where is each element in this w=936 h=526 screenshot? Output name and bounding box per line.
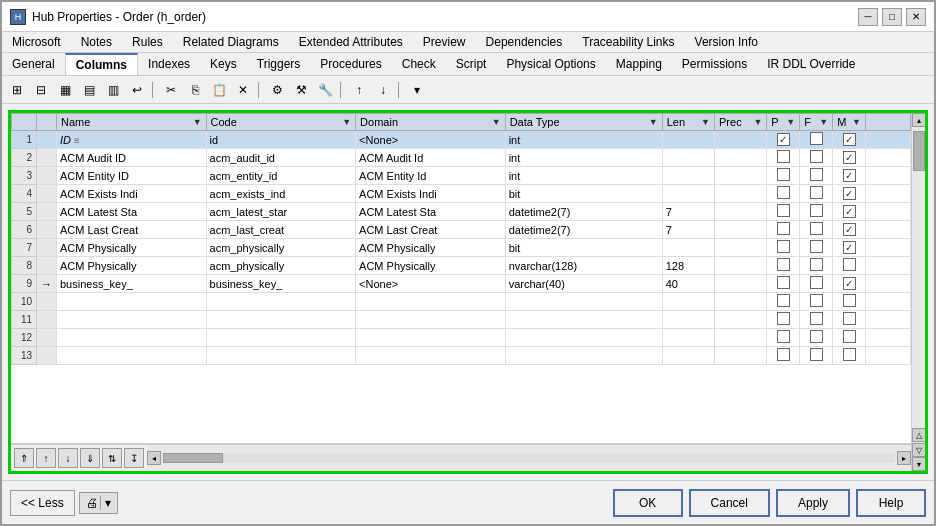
row-sort[interactable]: ⇅ [102, 448, 122, 468]
toolbar-copy[interactable]: ⎘ [184, 79, 206, 101]
checkbox-p[interactable] [777, 348, 790, 361]
cell-len[interactable] [662, 239, 714, 257]
tab-rules[interactable]: Rules [122, 32, 173, 52]
cell-datatype[interactable]: datetime2(7) [505, 221, 662, 239]
checkbox-f[interactable] [810, 204, 823, 217]
checkbox-m[interactable] [843, 258, 856, 271]
table-row[interactable]: 8 ACM Physically acm_physically ACM Phys… [12, 257, 911, 275]
col-header-m[interactable]: M ▼ [833, 114, 866, 131]
cell-m[interactable] [833, 203, 866, 221]
m-filter-icon[interactable]: ▼ [852, 117, 861, 127]
domain-filter-icon[interactable]: ▼ [492, 117, 501, 127]
cell-prec[interactable] [715, 131, 767, 149]
cell-f[interactable] [800, 131, 833, 149]
subtab-permissions[interactable]: Permissions [672, 53, 757, 75]
f-filter-icon[interactable]: ▼ [819, 117, 828, 127]
cell-m[interactable] [833, 239, 866, 257]
close-button[interactable]: ✕ [906, 8, 926, 26]
cell-domain[interactable]: ACM Physically [356, 257, 506, 275]
row-move-bottom[interactable]: ⇓ [80, 448, 100, 468]
cell-m[interactable] [833, 149, 866, 167]
toolbar-grid4[interactable]: ▤ [78, 79, 100, 101]
subtab-physical-options[interactable]: Physical Options [496, 53, 605, 75]
checkbox-f[interactable] [810, 150, 823, 163]
checkbox-p[interactable] [777, 150, 790, 163]
p-filter-icon[interactable]: ▼ [786, 117, 795, 127]
checkbox-m[interactable] [843, 330, 856, 343]
checkbox-p[interactable] [777, 240, 790, 253]
cell-datatype[interactable]: int [505, 131, 662, 149]
checkbox-f[interactable] [810, 168, 823, 181]
cell-m[interactable] [833, 221, 866, 239]
checkbox-p[interactable] [777, 133, 790, 146]
col-header-f[interactable]: F ▼ [800, 114, 833, 131]
table-row[interactable]: 5 ACM Latest Sta acm_latest_star ACM Lat… [12, 203, 911, 221]
cell-p[interactable] [767, 221, 800, 239]
cell-m[interactable] [833, 329, 866, 347]
vertical-scrollbar-thumb[interactable] [913, 131, 925, 171]
subtab-columns[interactable]: Columns [65, 53, 138, 75]
subtab-triggers[interactable]: Triggers [247, 53, 311, 75]
horizontal-scrollbar-thumb[interactable] [163, 453, 223, 463]
cell-datatype[interactable] [505, 329, 662, 347]
cell-code[interactable] [206, 329, 356, 347]
table-row[interactable]: 9 → business_key_ business_key_ <None> v… [12, 275, 911, 293]
checkbox-m[interactable] [843, 169, 856, 182]
table-row[interactable]: 6 ACM Last Creat acm_last_creat ACM Last… [12, 221, 911, 239]
tab-microsoft[interactable]: Microsoft [2, 32, 71, 52]
cell-f[interactable] [800, 293, 833, 311]
subtab-script[interactable]: Script [446, 53, 497, 75]
cell-name[interactable]: ACM Exists Indi [57, 185, 207, 203]
toolbar-dropdown[interactable]: ▾ [406, 79, 428, 101]
cell-len[interactable] [662, 167, 714, 185]
cell-len[interactable]: 7 [662, 221, 714, 239]
cell-prec[interactable] [715, 221, 767, 239]
cell-f[interactable] [800, 347, 833, 365]
scroll-right-button[interactable]: ▸ [897, 451, 911, 465]
checkbox-f[interactable] [810, 132, 823, 145]
col-header-domain[interactable]: Domain ▼ [356, 114, 506, 131]
name-filter-icon[interactable]: ▼ [193, 117, 202, 127]
cell-len[interactable]: 40 [662, 275, 714, 293]
subtab-ir-ddl-override[interactable]: IR DDL Override [757, 53, 865, 75]
cell-domain[interactable]: ACM Last Creat [356, 221, 506, 239]
table-row[interactable]: 4 ACM Exists Indi acm_exists_ind ACM Exi… [12, 185, 911, 203]
tab-extended-attributes[interactable]: Extended Attributes [289, 32, 413, 52]
cell-code[interactable] [206, 293, 356, 311]
cell-domain[interactable] [356, 293, 506, 311]
cell-len[interactable] [662, 185, 714, 203]
cell-code[interactable]: business_key_ [206, 275, 356, 293]
toolbar-grid1[interactable]: ⊞ [6, 79, 28, 101]
scroll-up-button[interactable]: ▴ [912, 113, 926, 127]
scroll-page-up[interactable]: △ [912, 428, 926, 442]
cell-len[interactable] [662, 149, 714, 167]
checkbox-f[interactable] [810, 186, 823, 199]
toolbar-delete[interactable]: ✕ [232, 79, 254, 101]
checkbox-p[interactable] [777, 222, 790, 235]
toolbar-grid5[interactable]: ▥ [102, 79, 124, 101]
toolbar-custom1[interactable]: ⚒ [290, 79, 312, 101]
tab-preview[interactable]: Preview [413, 32, 476, 52]
cell-name[interactable]: ACM Latest Sta [57, 203, 207, 221]
checkbox-m[interactable] [843, 294, 856, 307]
print-dropdown-arrow[interactable]: ▾ [100, 496, 111, 510]
cell-f[interactable] [800, 275, 833, 293]
cell-domain[interactable] [356, 347, 506, 365]
table-row[interactable]: 1 ID ≡ id <None> int [12, 131, 911, 149]
cell-datatype[interactable]: datetime2(7) [505, 203, 662, 221]
cell-p[interactable] [767, 239, 800, 257]
help-button[interactable]: Help [856, 489, 926, 517]
cell-p[interactable] [767, 275, 800, 293]
row-export[interactable]: ↧ [124, 448, 144, 468]
maximize-button[interactable]: □ [882, 8, 902, 26]
cell-len[interactable]: 128 [662, 257, 714, 275]
table-row[interactable]: 3 ACM Entity ID acm_entity_id ACM Entity… [12, 167, 911, 185]
checkbox-m[interactable] [843, 205, 856, 218]
cell-code[interactable]: id [206, 131, 356, 149]
subtab-keys[interactable]: Keys [200, 53, 247, 75]
cell-domain[interactable] [356, 311, 506, 329]
checkbox-m[interactable] [843, 187, 856, 200]
cell-f[interactable] [800, 257, 833, 275]
cell-m[interactable] [833, 347, 866, 365]
cell-domain[interactable]: <None> [356, 131, 506, 149]
